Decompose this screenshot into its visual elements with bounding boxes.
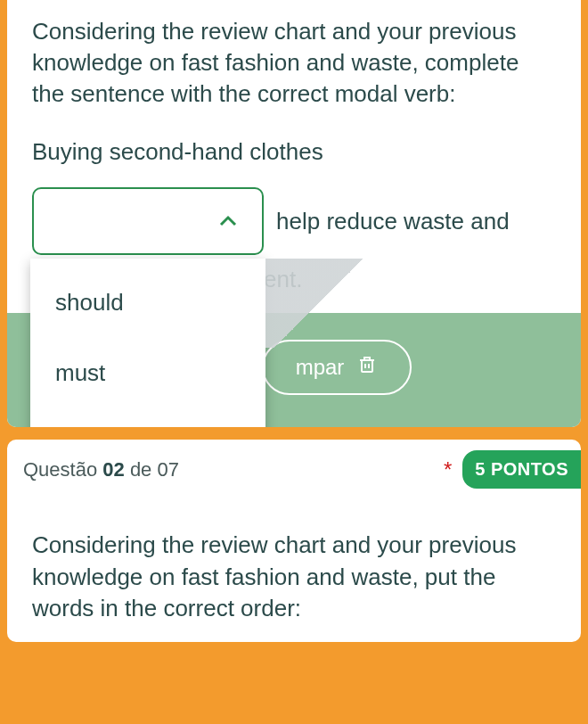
sentence-lead: Buying second-hand clothes (32, 136, 556, 168)
points-badge: 5 PONTOS (462, 450, 581, 489)
question-prompt-1: Considering the review chart and your pr… (32, 16, 556, 110)
chevron-up-icon (217, 210, 239, 232)
modal-verb-select[interactable] (32, 187, 264, 255)
dropdown-wrap: should must might (32, 187, 264, 255)
dropdown-option-might[interactable]: might (30, 409, 265, 428)
question-of: de 07 (125, 458, 179, 481)
question-label-prefix: Questão (23, 458, 102, 481)
question-number: Questão 02 de 07 (23, 458, 179, 481)
trash-icon (356, 354, 378, 381)
question-header-2: Questão 02 de 07 * 5 PONTOS (7, 440, 581, 499)
sentence-after-select: help reduce waste and (276, 206, 510, 237)
clear-button[interactable]: mpar (262, 340, 412, 395)
dropdown-option-must[interactable]: must (30, 338, 265, 408)
required-asterisk: * (444, 457, 452, 482)
question-num: 02 (102, 458, 124, 481)
question-body-1: Considering the review chart and your pr… (7, 0, 581, 313)
question-card-2: Questão 02 de 07 * 5 PONTOS Considering … (7, 440, 581, 641)
dropdown-option-should[interactable]: should (30, 267, 265, 338)
question-prompt-2: Considering the review chart and your pr… (32, 530, 556, 623)
question-body-2: Considering the review chart and your pr… (7, 499, 581, 641)
question-card-1: Considering the review chart and your pr… (7, 0, 581, 427)
clear-button-label: mpar (296, 355, 345, 380)
fill-line: should must might help reduce waste and (32, 187, 556, 255)
dropdown-menu: should must might (30, 259, 265, 427)
svg-rect-0 (362, 360, 372, 372)
